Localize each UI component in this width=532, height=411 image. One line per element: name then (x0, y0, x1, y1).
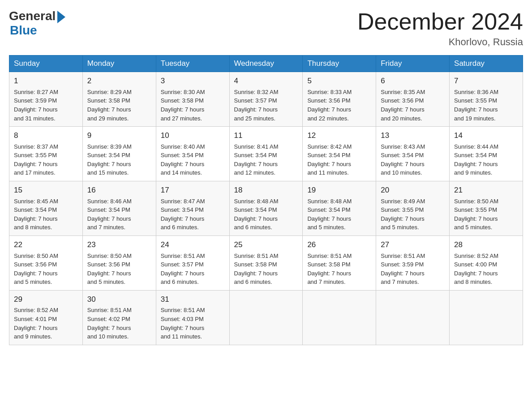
calendar-week-1: 1 Sunrise: 8:27 AMSunset: 3:59 PMDayligh… (9, 72, 523, 127)
table-row: 10 Sunrise: 8:40 AMSunset: 3:54 PMDaylig… (156, 127, 229, 181)
table-row: 18 Sunrise: 8:48 AMSunset: 3:54 PMDaylig… (229, 181, 303, 235)
calendar-week-5: 29 Sunrise: 8:52 AMSunset: 4:01 PMDaylig… (9, 290, 523, 345)
day-number: 5 (307, 76, 371, 87)
calendar-table: Sunday Monday Tuesday Wednesday Thursday… (9, 55, 523, 345)
table-row: 31 Sunrise: 8:51 AMSunset: 4:03 PMDaylig… (156, 290, 229, 345)
table-row (229, 290, 303, 345)
table-row: 23 Sunrise: 8:50 AMSunset: 3:56 PMDaylig… (82, 235, 156, 290)
day-number: 11 (234, 130, 298, 141)
day-number: 14 (454, 130, 518, 141)
day-number: 4 (234, 76, 298, 87)
col-saturday: Saturday (450, 56, 523, 72)
day-info: Sunrise: 8:50 AMSunset: 3:55 PMDaylight:… (454, 198, 498, 231)
calendar-week-2: 8 Sunrise: 8:37 AMSunset: 3:55 PMDayligh… (9, 127, 523, 181)
table-row: 16 Sunrise: 8:46 AMSunset: 3:54 PMDaylig… (82, 181, 156, 235)
table-row: 5 Sunrise: 8:33 AMSunset: 3:56 PMDayligh… (303, 72, 376, 127)
day-number: 12 (307, 130, 371, 141)
day-info: Sunrise: 8:39 AMSunset: 3:54 PMDaylight:… (87, 143, 132, 176)
logo-triangle-icon (57, 11, 65, 23)
table-row: 22 Sunrise: 8:50 AMSunset: 3:56 PMDaylig… (9, 235, 83, 290)
day-number: 1 (14, 76, 78, 87)
day-info: Sunrise: 8:44 AMSunset: 3:54 PMDaylight:… (454, 143, 498, 176)
col-sunday: Sunday (9, 56, 83, 72)
day-number: 26 (307, 240, 371, 251)
col-monday: Monday (82, 56, 156, 72)
day-info: Sunrise: 8:50 AMSunset: 3:56 PMDaylight:… (14, 253, 58, 286)
day-number: 30 (87, 294, 151, 305)
day-number: 23 (87, 240, 151, 251)
table-row: 2 Sunrise: 8:29 AMSunset: 3:58 PMDayligh… (82, 72, 156, 127)
day-number: 20 (381, 185, 445, 196)
table-row: 27 Sunrise: 8:51 AMSunset: 3:59 PMDaylig… (376, 235, 450, 290)
day-info: Sunrise: 8:32 AMSunset: 3:57 PMDaylight:… (234, 89, 279, 122)
day-info: Sunrise: 8:52 AMSunset: 4:00 PMDaylight:… (454, 253, 498, 286)
day-info: Sunrise: 8:51 AMSunset: 3:57 PMDaylight:… (161, 253, 205, 286)
table-row (303, 290, 376, 345)
day-info: Sunrise: 8:51 AMSunset: 4:02 PMDaylight:… (87, 307, 132, 340)
table-row: 21 Sunrise: 8:50 AMSunset: 3:55 PMDaylig… (450, 181, 523, 235)
title-section: December 2024 Khorlovo, Russia (357, 9, 523, 48)
table-row: 19 Sunrise: 8:48 AMSunset: 3:54 PMDaylig… (303, 181, 376, 235)
day-number: 15 (14, 185, 78, 196)
table-row: 20 Sunrise: 8:49 AMSunset: 3:55 PMDaylig… (376, 181, 450, 235)
table-row: 1 Sunrise: 8:27 AMSunset: 3:59 PMDayligh… (9, 72, 83, 127)
table-row: 7 Sunrise: 8:36 AMSunset: 3:55 PMDayligh… (450, 72, 523, 127)
day-info: Sunrise: 8:35 AMSunset: 3:56 PMDaylight:… (381, 89, 425, 122)
table-row: 15 Sunrise: 8:45 AMSunset: 3:54 PMDaylig… (9, 181, 83, 235)
day-info: Sunrise: 8:51 AMSunset: 3:59 PMDaylight:… (381, 253, 425, 286)
calendar-week-4: 22 Sunrise: 8:50 AMSunset: 3:56 PMDaylig… (9, 235, 523, 290)
table-row: 13 Sunrise: 8:43 AMSunset: 3:54 PMDaylig… (376, 127, 450, 181)
table-row: 11 Sunrise: 8:41 AMSunset: 3:54 PMDaylig… (229, 127, 303, 181)
table-row: 9 Sunrise: 8:39 AMSunset: 3:54 PMDayligh… (82, 127, 156, 181)
day-info: Sunrise: 8:36 AMSunset: 3:55 PMDaylight:… (454, 89, 498, 122)
table-row: 26 Sunrise: 8:51 AMSunset: 3:58 PMDaylig… (303, 235, 376, 290)
logo-general-text: General (9, 9, 56, 23)
day-number: 24 (161, 240, 225, 251)
table-row: 28 Sunrise: 8:52 AMSunset: 4:00 PMDaylig… (450, 235, 523, 290)
table-row: 4 Sunrise: 8:32 AMSunset: 3:57 PMDayligh… (229, 72, 303, 127)
day-number: 29 (14, 294, 78, 305)
day-number: 22 (14, 240, 78, 251)
col-friday: Friday (376, 56, 450, 72)
day-info: Sunrise: 8:51 AMSunset: 4:03 PMDaylight:… (161, 307, 205, 340)
day-info: Sunrise: 8:51 AMSunset: 3:58 PMDaylight:… (234, 253, 279, 286)
day-number: 25 (234, 240, 298, 251)
location: Khorlovo, Russia (357, 36, 523, 48)
day-info: Sunrise: 8:43 AMSunset: 3:54 PMDaylight:… (381, 143, 425, 176)
day-info: Sunrise: 8:29 AMSunset: 3:58 PMDaylight:… (87, 89, 132, 122)
day-info: Sunrise: 8:42 AMSunset: 3:54 PMDaylight:… (307, 143, 352, 176)
day-number: 3 (161, 76, 225, 87)
day-info: Sunrise: 8:41 AMSunset: 3:54 PMDaylight:… (234, 143, 279, 176)
table-row: 17 Sunrise: 8:47 AMSunset: 3:54 PMDaylig… (156, 181, 229, 235)
day-number: 18 (234, 185, 298, 196)
day-number: 9 (87, 130, 151, 141)
month-title: December 2024 (357, 9, 523, 34)
day-info: Sunrise: 8:47 AMSunset: 3:54 PMDaylight:… (161, 198, 205, 231)
day-number: 21 (454, 185, 518, 196)
day-number: 16 (87, 185, 151, 196)
day-info: Sunrise: 8:46 AMSunset: 3:54 PMDaylight:… (87, 198, 132, 231)
day-info: Sunrise: 8:48 AMSunset: 3:54 PMDaylight:… (307, 198, 352, 231)
day-info: Sunrise: 8:49 AMSunset: 3:55 PMDaylight:… (381, 198, 425, 231)
page-header: General Blue December 2024 Khorlovo, Rus… (9, 9, 523, 48)
table-row: 30 Sunrise: 8:51 AMSunset: 4:02 PMDaylig… (82, 290, 156, 345)
table-row: 29 Sunrise: 8:52 AMSunset: 4:01 PMDaylig… (9, 290, 83, 345)
day-number: 27 (381, 240, 445, 251)
table-row: 6 Sunrise: 8:35 AMSunset: 3:56 PMDayligh… (376, 72, 450, 127)
day-number: 2 (87, 76, 151, 87)
table-row: 3 Sunrise: 8:30 AMSunset: 3:58 PMDayligh… (156, 72, 229, 127)
day-info: Sunrise: 8:30 AMSunset: 3:58 PMDaylight:… (161, 89, 205, 122)
day-info: Sunrise: 8:45 AMSunset: 3:54 PMDaylight:… (14, 198, 58, 231)
day-number: 17 (161, 185, 225, 196)
day-number: 7 (454, 76, 518, 87)
day-info: Sunrise: 8:52 AMSunset: 4:01 PMDaylight:… (14, 307, 58, 340)
logo: General Blue (9, 9, 65, 38)
day-info: Sunrise: 8:48 AMSunset: 3:54 PMDaylight:… (234, 198, 279, 231)
table-row: 25 Sunrise: 8:51 AMSunset: 3:58 PMDaylig… (229, 235, 303, 290)
day-info: Sunrise: 8:27 AMSunset: 3:59 PMDaylight:… (14, 89, 58, 122)
table-row: 8 Sunrise: 8:37 AMSunset: 3:55 PMDayligh… (9, 127, 83, 181)
table-row: 14 Sunrise: 8:44 AMSunset: 3:54 PMDaylig… (450, 127, 523, 181)
day-number: 10 (161, 130, 225, 141)
table-row (450, 290, 523, 345)
calendar-week-3: 15 Sunrise: 8:45 AMSunset: 3:54 PMDaylig… (9, 181, 523, 235)
